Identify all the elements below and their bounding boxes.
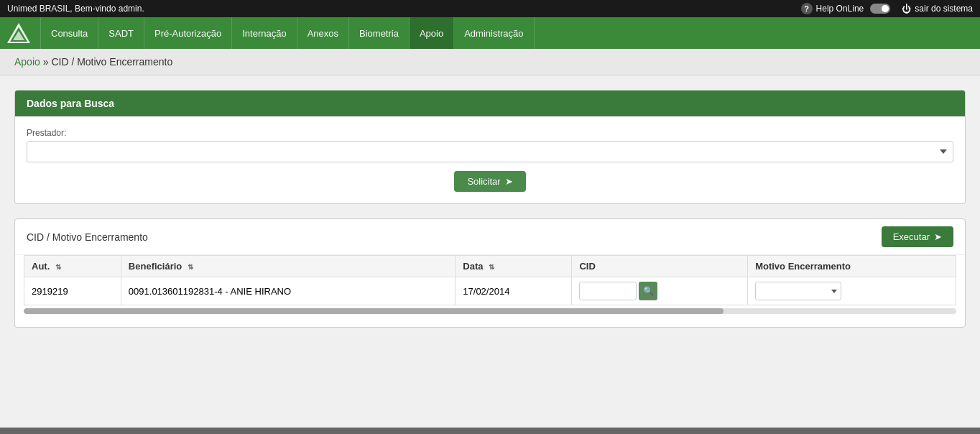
search-card: Dados para Busca Prestador: Solicitar ➤ bbox=[14, 90, 966, 204]
nav-administracao[interactable]: Administração bbox=[454, 17, 534, 49]
results-title: CID / Motivo Encerramento bbox=[27, 231, 148, 243]
nav-pre-autorizacao[interactable]: Pré-Autorização bbox=[144, 17, 232, 49]
cid-input[interactable] bbox=[579, 282, 637, 300]
sort-data-icon: ⇅ bbox=[489, 263, 494, 271]
nav-apoio[interactable]: Apoio bbox=[410, 17, 454, 49]
navbar: Consulta SADT Pré-Autorização Internação… bbox=[0, 17, 980, 49]
cell-data: 17/02/2014 bbox=[456, 277, 572, 305]
nav-internacao[interactable]: Internação bbox=[232, 17, 297, 49]
scrollbar-thumb bbox=[24, 308, 724, 314]
top-bar: Unimed BRASIL, Bem-vindo admin. ? Help O… bbox=[0, 0, 980, 17]
nav-biometria[interactable]: Biometria bbox=[349, 17, 410, 49]
help-online[interactable]: ? Help OnLine bbox=[801, 3, 891, 14]
breadcrumb-current: CID / Motivo Encerramento bbox=[51, 56, 172, 68]
solicitar-icon: ➤ bbox=[505, 176, 513, 187]
results-card: CID / Motivo Encerramento Executar ➤ Aut… bbox=[14, 218, 966, 328]
breadcrumb-separator: » bbox=[40, 56, 52, 68]
solicitar-button[interactable]: Solicitar ➤ bbox=[454, 171, 525, 192]
results-header: CID / Motivo Encerramento Executar ➤ bbox=[15, 219, 965, 255]
sort-benef-icon: ⇅ bbox=[188, 263, 193, 271]
cell-motivo[interactable] bbox=[748, 277, 956, 305]
cell-beneficiario: 0091.013601192831-4 - ANIE HIRANO bbox=[121, 277, 455, 305]
motivo-select[interactable] bbox=[755, 282, 841, 300]
top-bar-actions: ? Help OnLine ⏻ sair do sistema bbox=[801, 3, 973, 14]
breadcrumb-parent[interactable]: Apoio bbox=[14, 56, 40, 68]
table-row: 2919219 0091.013601192831-4 - ANIE HIRAN… bbox=[24, 277, 956, 305]
help-toggle[interactable] bbox=[870, 4, 890, 14]
nav-anexos[interactable]: Anexos bbox=[297, 17, 349, 49]
prestador-select[interactable] bbox=[27, 141, 953, 162]
help-icon: ? bbox=[801, 3, 813, 14]
col-aut[interactable]: Aut. ⇅ bbox=[24, 256, 121, 277]
executar-button[interactable]: Executar ➤ bbox=[882, 226, 953, 247]
table-scrollbar[interactable] bbox=[24, 308, 956, 314]
table-header-row: Aut. ⇅ Beneficiário ⇅ Data ⇅ CID bbox=[24, 256, 956, 277]
executar-icon: ➤ bbox=[934, 231, 942, 242]
logo bbox=[6, 22, 32, 45]
col-data[interactable]: Data ⇅ bbox=[456, 256, 572, 277]
cid-search-button[interactable]: 🔍 bbox=[639, 282, 657, 300]
welcome-text: Unimed BRASIL, Bem-vindo admin. bbox=[7, 4, 144, 14]
power-icon: ⏻ bbox=[902, 4, 911, 14]
prestador-group: Prestador: bbox=[27, 128, 953, 162]
main-content: Dados para Busca Prestador: Solicitar ➤ … bbox=[0, 75, 980, 428]
sort-aut-icon: ⇅ bbox=[55, 263, 61, 271]
nav-sadt[interactable]: SADT bbox=[98, 17, 144, 49]
nav-items: Consulta SADT Pré-Autorização Internação… bbox=[40, 17, 535, 49]
solicitar-container: Solicitar ➤ bbox=[27, 171, 953, 192]
col-motivo: Motivo Encerramento bbox=[748, 256, 956, 277]
breadcrumb: Apoio » CID / Motivo Encerramento bbox=[0, 49, 980, 75]
exit-button[interactable]: ⏻ sair do sistema bbox=[902, 4, 973, 14]
table-wrap: Aut. ⇅ Beneficiário ⇅ Data ⇅ CID bbox=[15, 255, 965, 327]
prestador-label: Prestador: bbox=[27, 128, 953, 138]
search-card-header: Dados para Busca bbox=[15, 91, 965, 116]
col-beneficiario[interactable]: Beneficiário ⇅ bbox=[121, 256, 455, 277]
col-cid: CID bbox=[572, 256, 748, 277]
cell-aut: 2919219 bbox=[24, 277, 121, 305]
search-card-body: Prestador: Solicitar ➤ bbox=[15, 116, 965, 203]
cell-cid[interactable]: 🔍 bbox=[572, 277, 748, 305]
results-table: Aut. ⇅ Beneficiário ⇅ Data ⇅ CID bbox=[24, 255, 956, 305]
nav-consulta[interactable]: Consulta bbox=[40, 17, 98, 49]
